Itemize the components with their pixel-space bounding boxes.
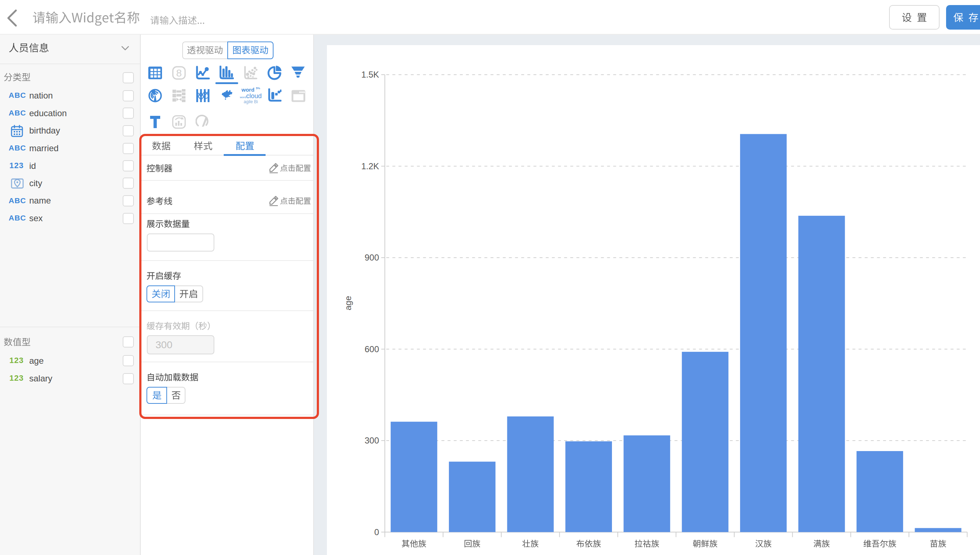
svg-text:1.5K: 1.5K — [361, 70, 379, 79]
svg-text:1.2K: 1.2K — [361, 161, 379, 171]
svg-text:900: 900 — [364, 253, 379, 262]
svg-text:age: age — [343, 296, 353, 310]
svg-text:0: 0 — [374, 527, 379, 537]
svg-text:8: 8 — [176, 67, 182, 79]
svg-text:600: 600 — [364, 344, 379, 354]
svg-text:300: 300 — [364, 436, 379, 445]
